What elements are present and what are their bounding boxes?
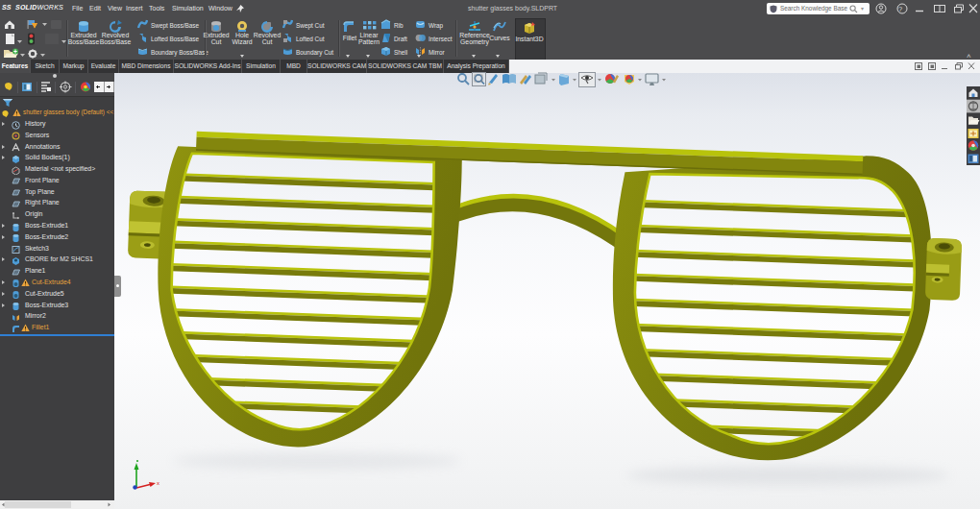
svg-text:x: x — [157, 480, 159, 486]
svg-text:?: ? — [898, 5, 902, 13]
